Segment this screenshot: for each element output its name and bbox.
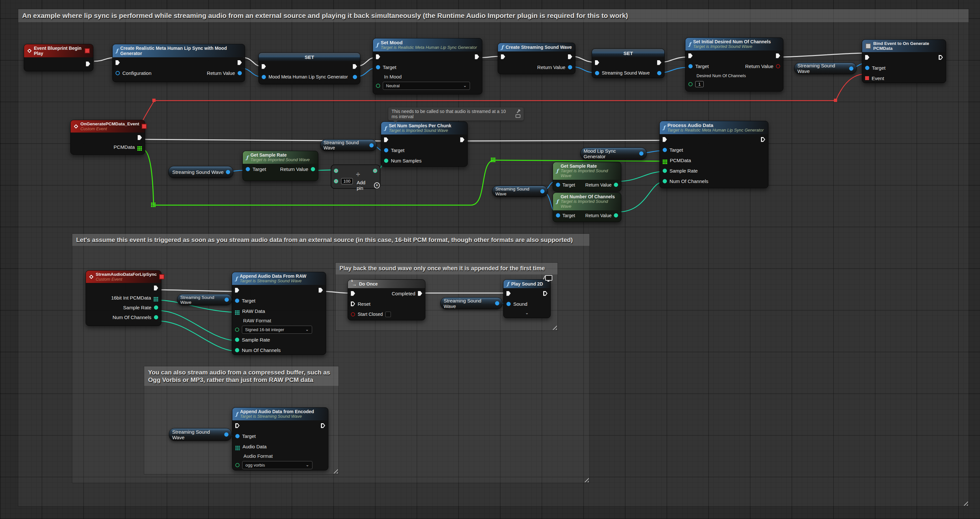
variable-out-pin[interactable] [224, 432, 229, 437]
target-pin[interactable] [688, 64, 693, 68]
node-create-streaming-sound-wave[interactable]: ƒ Create Streaming Sound Wave Return Val… [498, 43, 576, 74]
exec-in-pin[interactable] [506, 291, 511, 296]
pin-icon[interactable] [517, 110, 519, 113]
expand-advanced-chevron-icon[interactable]: ⌄ [525, 312, 529, 314]
exec-in-pin[interactable] [501, 54, 505, 59]
variable-out-pin[interactable] [849, 67, 853, 71]
node-do-once[interactable]: → Do Once Completed Reset Start Closed [348, 279, 425, 320]
exec-out-pin[interactable] [543, 291, 547, 296]
node-stream-audio-event[interactable]: StreamAudioDataForLipSync Custom Event 1… [86, 270, 161, 326]
raw-format-dropdown[interactable]: Signed 16-bit integer⌄ [242, 326, 312, 334]
variable-out-pin[interactable] [495, 301, 499, 306]
exec-out-pin[interactable] [761, 137, 765, 142]
blueprint-canvas[interactable]: An example where lip sync is performed w… [0, 0, 980, 519]
delegate-pin[interactable] [159, 274, 164, 279]
exec-out-pin[interactable] [776, 53, 780, 58]
num-of-channels-pin[interactable] [154, 315, 158, 319]
audio-format-pin[interactable] [235, 463, 240, 467]
exec-in-pin[interactable] [865, 55, 869, 60]
exec-in-pin[interactable] [116, 60, 120, 65]
exec-out-pin[interactable] [568, 54, 572, 59]
node-on-generate-pcmdata[interactable]: OnGeneratePCMData_Event Custom Event PCM… [70, 120, 145, 154]
variable-in-pin[interactable] [262, 75, 266, 79]
pcmdata-array-pin[interactable] [663, 159, 664, 161]
divide-input-a-pin[interactable] [334, 169, 338, 173]
target-pin[interactable] [384, 148, 388, 152]
variable-out-pin[interactable] [540, 189, 544, 193]
comment-assume-resize-handle[interactable] [584, 477, 589, 482]
pill-streaming-sound-wave[interactable]: Streaming Sound Wave [441, 297, 503, 309]
desired-num-input[interactable]: 1 [695, 81, 704, 87]
variable-out-pin[interactable] [224, 298, 229, 302]
return-value-pin[interactable] [614, 213, 618, 218]
node-divide[interactable]: 100 ÷ Add pin+ [331, 164, 380, 189]
variable-out-pin[interactable] [353, 75, 357, 79]
variable-out-pin[interactable] [639, 151, 643, 156]
node-set-initial-channels[interactable]: ƒ Set Initial Desired Num Of Channels Ta… [685, 37, 783, 91]
exec-out-pin[interactable] [657, 60, 661, 65]
sample-rate-pin[interactable] [235, 338, 239, 342]
pill-mood-lip-sync-generator[interactable]: Mood Lip Sync Generator [580, 148, 647, 159]
configuration-pin[interactable] [116, 71, 120, 75]
num-samples-pin[interactable] [384, 159, 388, 163]
exec-out-pin[interactable] [475, 54, 479, 59]
sample-rate-pin[interactable] [154, 306, 158, 310]
node-get-sample-rate-1[interactable]: ƒ Get Sample Rate Target is Imported Sou… [242, 151, 318, 181]
comment-icon[interactable] [515, 114, 520, 118]
variable-out-pin[interactable] [369, 143, 374, 148]
return-value-pin[interactable] [776, 64, 780, 68]
audio-format-dropdown[interactable]: ogg vorbis⌄ [242, 461, 312, 469]
pill-streaming-sound-wave[interactable]: Streaming Sound Wave [168, 166, 233, 178]
exec-in-pin[interactable] [663, 137, 667, 142]
variable-out-pin[interactable] [657, 71, 661, 75]
exec-in-pin[interactable] [351, 291, 355, 296]
delegate-pin[interactable] [84, 48, 90, 53]
variable-out-pin[interactable] [226, 170, 230, 174]
exec-out-pin[interactable] [138, 135, 142, 140]
exec-in-pin[interactable] [595, 60, 599, 65]
in-mood-pin[interactable] [376, 84, 380, 88]
comment-playback-resize-handle[interactable] [552, 325, 557, 330]
exec-out-pin[interactable] [939, 55, 943, 60]
divisor-input[interactable]: 100 [341, 178, 353, 184]
start-closed-pin[interactable] [351, 312, 355, 317]
node-create-lip-sync[interactable]: ƒ Create Realistic Meta Human Lip Sync w… [112, 44, 245, 82]
return-value-pin[interactable] [614, 183, 618, 187]
exec-out-pin[interactable] [460, 137, 465, 142]
delegate-pin[interactable] [142, 124, 147, 129]
pill-streaming-sound-wave[interactable]: Streaming Sound Wave [320, 139, 377, 151]
return-value-pin[interactable] [568, 65, 572, 69]
reset-pin[interactable] [351, 301, 355, 306]
comment-compressed-resize-handle[interactable] [333, 468, 338, 473]
exec-in-pin[interactable] [688, 53, 693, 58]
target-pin[interactable] [556, 183, 560, 187]
exec-out-pin[interactable] [86, 62, 90, 67]
sound-pin[interactable] [506, 302, 511, 306]
node-bind-event[interactable]: Bind Event to On Generate PCMData Target… [862, 40, 946, 83]
comment-playback-title[interactable]: Play back the sound wave only once when … [336, 263, 558, 274]
target-pin[interactable] [246, 167, 250, 171]
node-play-sound-2d[interactable]: ƒ Play Sound 2D Sound ⌄ [503, 279, 551, 318]
completed-pin[interactable] [418, 291, 422, 296]
return-value-pin[interactable] [238, 71, 242, 75]
start-closed-checkbox[interactable] [385, 312, 391, 317]
comment-banner-resize-handle[interactable] [963, 501, 968, 506]
divide-input-b-pin[interactable] [334, 179, 338, 183]
pcmdata-array-pin[interactable] [137, 146, 138, 148]
node-get-num-channels[interactable]: ƒ Get Number Of Channels Target is Impor… [553, 193, 621, 222]
event-delegate-pin[interactable] [865, 76, 869, 80]
num-of-channels-pin[interactable] [235, 348, 239, 352]
target-pin[interactable] [376, 65, 380, 69]
array-reroute-node[interactable] [151, 202, 152, 204]
node-set-mood[interactable]: ƒ Set Mood Target is Realistic Meta Huma… [373, 38, 482, 94]
raw-data-array-pin[interactable] [235, 310, 236, 312]
return-value-pin[interactable] [311, 167, 315, 171]
exec-out-pin[interactable] [154, 285, 158, 290]
add-pin-button[interactable]: Add pin+ [357, 180, 380, 191]
node-set-mood-var[interactable]: SET Mood Meta Human Lip Sync Generator [258, 53, 360, 84]
exec-in-pin[interactable] [235, 288, 239, 293]
raw-format-pin[interactable] [235, 328, 239, 332]
target-pin[interactable] [235, 434, 240, 438]
comment-compressed-title[interactable]: You can also stream audio from a compres… [144, 366, 339, 386]
node-event-begin-play[interactable]: Event Blueprint Begin Play [24, 44, 94, 71]
